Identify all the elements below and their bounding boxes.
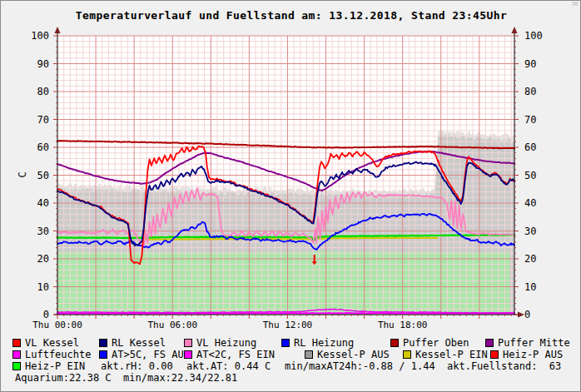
y-axis-tick-label-left: 60 [37, 141, 49, 153]
legend-swatch [12, 339, 21, 347]
legend-swatch [184, 350, 192, 359]
legend-swatch [99, 350, 107, 359]
y-axis-tick-label-left: 0 [43, 309, 49, 320]
legend-item: Heiz-P AUS [490, 349, 563, 360]
legend-label: Puffer Mitte [498, 337, 570, 349]
legend-swatch [390, 339, 399, 347]
legend-swatch [403, 350, 411, 359]
legend-label: Luftfeuchte [25, 349, 91, 360]
legend-swatch [490, 350, 499, 359]
legend-item: AT<2C, FS EIN [184, 349, 275, 360]
legend-swatch [305, 350, 313, 359]
y-axis-tick-label-left: 10 [37, 281, 49, 293]
legend-label: RL Kessel [112, 337, 166, 349]
temperature-fuellstand-chart: 0102030405060708090100010203040506070809… [1, 1, 581, 335]
legend-item: RL Kessel [99, 337, 166, 349]
y-axis-tick-label-left: 20 [37, 253, 49, 265]
y-axis-tick-label-right: 0 [524, 309, 530, 320]
legend-label: RL Heizung [294, 337, 354, 349]
legend-item: Puffer Oben [390, 337, 469, 349]
y-axis-tick-label-left: 100 [31, 30, 49, 42]
y-axis-tick-label-left: 80 [37, 86, 49, 97]
y-axis-tick-label-right: 100 [524, 30, 543, 42]
y-axis-tick-label-right: 40 [524, 197, 536, 209]
legend-label: AT>5C, FS AUS [112, 349, 190, 360]
x-axis-tick-label: Thu 12:00 [263, 320, 313, 330]
legend-label: Heiz-P AUS [503, 349, 563, 360]
y-axis-tick-label-right: 80 [524, 86, 536, 97]
x-axis-tick-label: Thu 06:00 [147, 320, 197, 330]
legend-label: Heiz-P EIN [25, 360, 85, 372]
legend-label: AT<2C, FS EIN [196, 349, 275, 360]
legend-item: VL Kessel [12, 337, 79, 349]
rrd-graph-image: Temperaturverlauf und Fuellstand am: 13.… [0, 0, 581, 392]
legend-row-3: Heiz-P EINakt.rH: 0.00akt.AT: 0.44 Cmin/… [1, 360, 581, 372]
legend-label: Aquarium:22.38 C min/max:22.34/22.81 [15, 372, 237, 384]
legend-item: RL Heizung [281, 337, 354, 349]
legend-label: Kessel-P EIN [415, 349, 488, 360]
legend-status-text: min/maxAT24h:-0.88 / 1.44 [285, 360, 435, 372]
legend-item: Kessel-P EIN [403, 349, 488, 360]
legend-row-2: LuftfeuchteAT>5C, FS AUSAT<2C, FS EINKes… [1, 349, 581, 360]
legend-swatch [12, 362, 21, 370]
legend-swatch [99, 339, 107, 347]
legend-item: Puffer Mitte [485, 337, 570, 349]
y-axis-tick-label-right: 70 [524, 114, 536, 126]
legend-item: Kessel-P AUS [305, 349, 390, 360]
y-axis-tick-label-right: 10 [524, 281, 536, 293]
legend-label: Kessel-P AUS [317, 349, 390, 360]
legend-swatch [184, 339, 192, 347]
y-axis-tick-label-right: 20 [524, 253, 536, 265]
y-axis-tick-label-right: 60 [524, 141, 536, 153]
legend-label: Puffer Oben [403, 337, 469, 349]
legend-swatch [281, 339, 290, 347]
legend-label: akt.Fuellstand: 63 [447, 360, 561, 372]
x-axis-tick-label: Thu 00:00 [32, 320, 82, 330]
legend-item: AT>5C, FS AUS [99, 349, 190, 360]
y-axis-tick-label-right: 50 [524, 170, 536, 181]
legend-label: min/maxAT24h:-0.88 / 1.44 [285, 360, 435, 372]
y-axis-tick-label-left: 70 [37, 114, 49, 126]
legend-swatch [12, 350, 21, 359]
legend-swatch [485, 339, 494, 347]
y-axis-tick-label-left: 30 [37, 226, 49, 237]
y-axis-tick-label-right: 90 [524, 58, 536, 70]
legend-status-text: akt.Fuellstand: 63 [447, 360, 561, 372]
x-axis-tick-label: Thu 18:00 [378, 320, 428, 330]
y-axis-tick-label-left: 50 [37, 170, 49, 181]
legend-label: VL Heizung [196, 337, 256, 349]
y-axis-tick-label-left: 40 [37, 197, 49, 209]
legend-status-text: Aquarium:22.38 C min/max:22.34/22.81 [15, 372, 237, 384]
legend-row-4: Aquarium:22.38 C min/max:22.34/22.81 [1, 372, 581, 384]
y-axis-tick-label-left: 90 [37, 58, 49, 70]
legend-item: VL Heizung [184, 337, 256, 349]
legend-label: akt.AT: 0.44 C [186, 360, 271, 372]
y-axis-tick-label-right: 30 [524, 226, 536, 237]
legend-item: Heiz-P EIN [12, 360, 85, 372]
legend-item: Luftfeuchte [12, 349, 91, 360]
legend-label: VL Kessel [25, 337, 79, 349]
legend-status-text: akt.rH: 0.00 [101, 360, 173, 372]
legend-status-text: akt.AT: 0.44 C [186, 360, 271, 372]
legend-row-1: VL KesselRL KesselVL HeizungRL HeizungPu… [1, 337, 581, 349]
legend-label: akt.rH: 0.00 [101, 360, 173, 372]
chart-legend: VL KesselRL KesselVL HeizungRL HeizungPu… [1, 337, 581, 384]
